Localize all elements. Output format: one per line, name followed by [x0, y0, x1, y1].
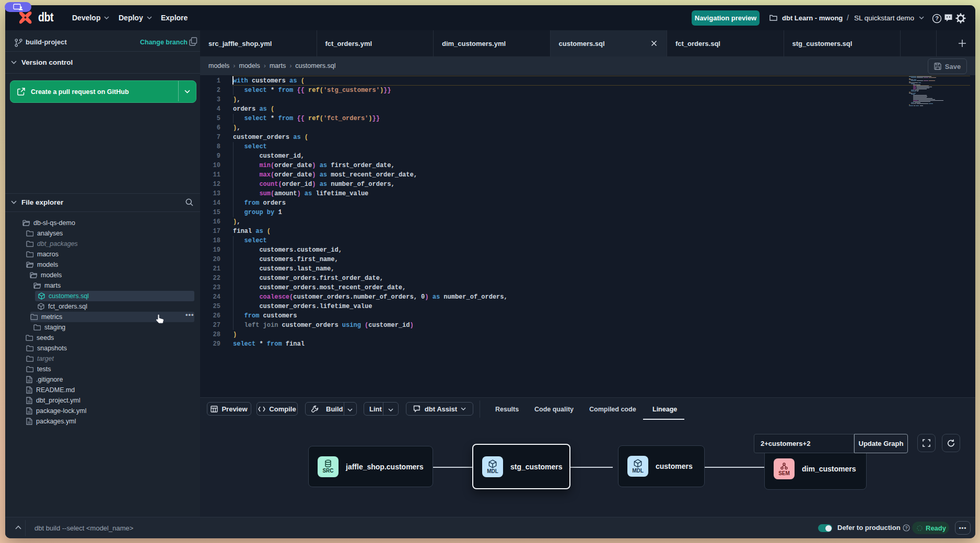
svg-text:?: ?: [905, 525, 907, 530]
svg-text:?: ?: [935, 15, 939, 21]
